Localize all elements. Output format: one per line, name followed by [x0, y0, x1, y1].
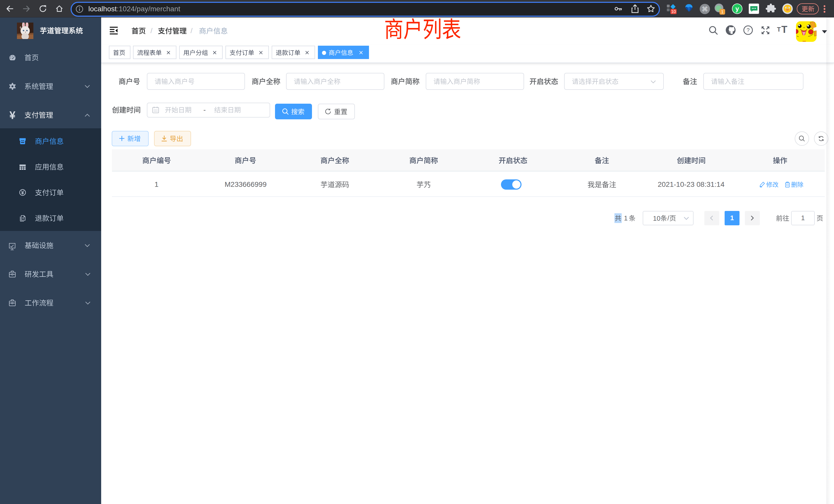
svg-text:?: ? [747, 27, 750, 33]
svg-text:10: 10 [671, 9, 676, 14]
svg-text:⌘: ⌘ [702, 6, 708, 13]
svg-text:y: y [736, 5, 739, 12]
svg-text:1: 1 [721, 9, 723, 14]
